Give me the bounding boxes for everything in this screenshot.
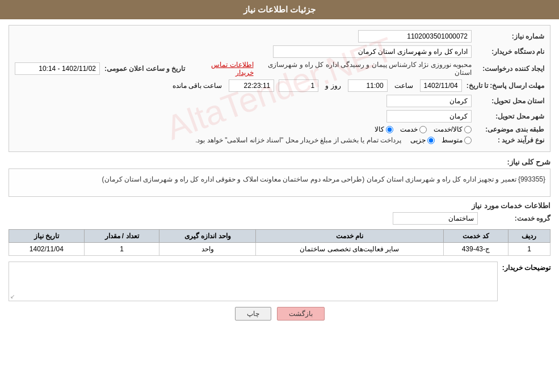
- category-label: طبقه بندی موضوعی:: [476, 125, 544, 133]
- delivery-province-row: استان محل تحویل: کرمان: [15, 95, 544, 107]
- category-option-goods-label: کالا: [375, 125, 384, 133]
- resize-indicator: ↙: [10, 293, 15, 300]
- cell-quantity: 1: [84, 243, 159, 256]
- service-group-value: ساختمان: [393, 212, 478, 225]
- deadline-date-value: 1402/11/04: [420, 79, 462, 92]
- announcement-label: تاریخ و ساعت اعلان عمومی:: [104, 65, 185, 73]
- cell-service-name: سایر فعالیت‌های تخصصی ساختمان: [256, 243, 444, 256]
- category-option-service-label: خدمت: [400, 125, 418, 133]
- purchase-type-row: نوع فرآیند خرید : متوسط جزیی پرداخت تمام…: [15, 136, 544, 144]
- announcement-date-value: 1402/11/02 - 10:14: [15, 62, 100, 75]
- category-radio-goods-service[interactable]: [464, 126, 472, 133]
- col-date: تاریخ نیاز: [9, 230, 85, 243]
- deadline-time-value: 11:00: [348, 79, 388, 92]
- requester-contact-link[interactable]: اطلاعات تماس خریدار: [194, 61, 253, 77]
- category-option-goods-service-label: کالا/خدمت: [434, 125, 463, 133]
- cell-date: 1402/11/04: [9, 243, 85, 256]
- buyer-org-row: نام دستگاه خریدار: اداره کل راه و شهرساز…: [15, 45, 544, 58]
- cell-row-num: 1: [508, 243, 550, 256]
- info-section: AltaTender.NET شماره نیاز: 1102003501000…: [9, 25, 550, 152]
- need-number-label: شماره نیاز:: [476, 32, 544, 40]
- delivery-city-value: کرمان: [386, 110, 472, 123]
- page-title: جزئیات اطلاعات نیاز: [243, 5, 316, 14]
- purchase-type-note: پرداخت تمام یا بخشی از مبلغ خریدار محل "…: [195, 136, 401, 144]
- delivery-city-label: شهر محل تحویل:: [476, 112, 544, 120]
- requester-row: ایجاد کننده درخواست: محبوبه نوروزی نژاد …: [15, 61, 544, 77]
- cell-unit: واحد: [159, 243, 256, 256]
- category-radio-service[interactable]: [419, 126, 427, 133]
- deadline-label: مهلت ارسال پاسخ: تا تاریخ:: [466, 82, 544, 90]
- purchase-type-partial-label: جزیی: [410, 136, 426, 144]
- buttons-row: بازگشت چاپ: [9, 307, 550, 321]
- description-text: {993355} تعمیر و تجهیز اداره کل راه و شه…: [9, 168, 550, 197]
- category-option-service[interactable]: خدمت: [400, 125, 427, 133]
- category-radio-goods[interactable]: [386, 126, 393, 133]
- need-number-value: 1102003501000072: [358, 30, 472, 43]
- service-group-label: گروه خدمت:: [482, 214, 550, 222]
- table-row: 1 ج-43-439 سایر فعالیت‌های تخصصی ساختمان…: [9, 243, 550, 256]
- cell-service-code: ج-43-439: [443, 243, 508, 256]
- purchase-type-option-medium[interactable]: متوسط: [442, 136, 472, 144]
- back-button[interactable]: بازگشت: [277, 307, 325, 321]
- need-number-row: شماره نیاز: 1102003501000072: [15, 30, 544, 43]
- buyer-notes-box: ↙: [9, 262, 498, 301]
- category-option-goods-service[interactable]: کالا/خدمت: [434, 125, 472, 133]
- col-unit: واحد اندازه گیری: [159, 230, 256, 243]
- services-table: ردیف کد خدمت نام خدمت واحد اندازه گیری ت…: [9, 229, 550, 256]
- deadline-days-value: 1: [279, 79, 318, 92]
- col-service-code: کد خدمت: [443, 230, 508, 243]
- category-radio-group: کالا/خدمت خدمت کالا: [375, 125, 472, 133]
- service-group-row: گروه خدمت: ساختمان: [9, 212, 550, 225]
- delivery-province-label: استان محل تحویل:: [476, 97, 544, 105]
- description-section-title: شرح کلی نیاز:: [9, 158, 550, 166]
- requester-label: ایجاد کننده درخواست:: [476, 65, 544, 73]
- services-section: اطلاعات خدمات مورد نیاز گروه خدمت: ساختم…: [9, 201, 550, 256]
- buyer-org-label: نام دستگاه خریدار:: [476, 48, 544, 56]
- requester-name: محبوبه نوروزی نژاد کارشناس پیمان و رسیدگ…: [260, 61, 472, 77]
- time-label: ساعت: [394, 82, 413, 90]
- purchase-type-radio-partial[interactable]: [427, 137, 435, 144]
- day-label: روز و: [325, 82, 341, 90]
- category-row: طبقه بندی موضوعی: کالا/خدمت خدمت کالا: [15, 125, 544, 133]
- delivery-city-row: شهر محل تحویل: کرمان: [15, 110, 544, 123]
- category-option-goods[interactable]: کالا: [375, 125, 393, 133]
- print-button[interactable]: چاپ: [235, 307, 271, 321]
- delivery-province-value: کرمان: [386, 95, 472, 107]
- col-service-name: نام خدمت: [256, 230, 444, 243]
- purchase-type-radio-medium[interactable]: [464, 137, 472, 144]
- deadline-remaining-value: 22:23:11: [229, 79, 274, 92]
- buyer-notes-label: توضیحات خریدار:: [502, 262, 550, 272]
- col-row-num: ردیف: [508, 230, 550, 243]
- remaining-label: ساعت باقی مانده: [173, 82, 222, 90]
- table-header-row: ردیف کد خدمت نام خدمت واحد اندازه گیری ت…: [9, 230, 550, 243]
- col-quantity: تعداد / مقدار: [84, 230, 159, 243]
- buyer-notes-section: توضیحات خریدار: ↙: [9, 262, 550, 301]
- services-section-title: اطلاعات خدمات مورد نیاز: [9, 201, 550, 210]
- page-header: جزئیات اطلاعات نیاز: [0, 0, 559, 19]
- purchase-type-option-partial[interactable]: جزیی: [410, 136, 435, 144]
- buyer-org-value: اداره کل راه و شهرسازی استان کرمان: [273, 45, 472, 58]
- purchase-type-medium-label: متوسط: [442, 136, 463, 144]
- description-section: شرح کلی نیاز: {993355} تعمیر و تجهیز ادا…: [9, 158, 550, 197]
- purchase-type-label: نوع فرآیند خرید :: [476, 136, 544, 144]
- deadline-row: مهلت ارسال پاسخ: تا تاریخ: 1402/11/04 سا…: [15, 79, 544, 92]
- purchase-type-radio-group: متوسط جزیی: [410, 136, 472, 144]
